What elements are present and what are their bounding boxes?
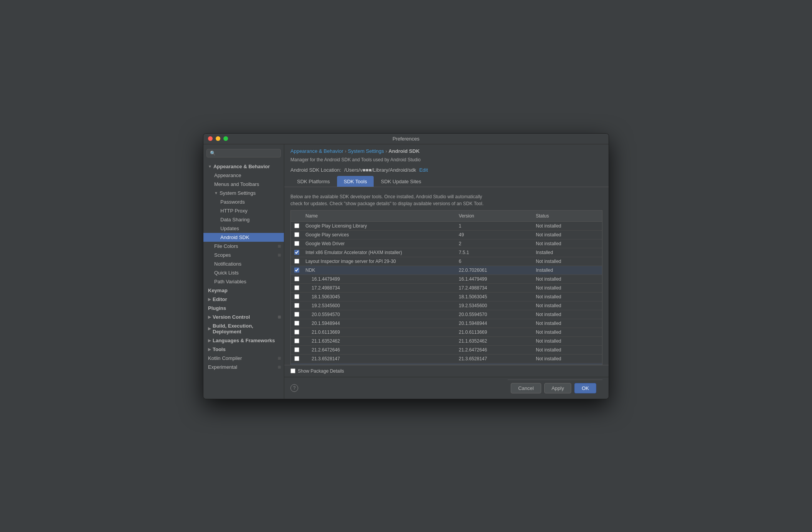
table-row: Layout Inspector image server for API 29… (291, 257, 602, 266)
file-colors-icon: ⊞ (278, 244, 281, 248)
sidebar-item-label: Version Control (213, 314, 250, 320)
sidebar-item-languages-frameworks[interactable]: ▶ Languages & Frameworks (203, 336, 284, 345)
sidebar-item-version-control[interactable]: ▶ Version Control ⊞ (203, 313, 284, 321)
tab-sdk-tools[interactable]: SDK Tools (337, 176, 373, 187)
help-button[interactable]: ? (290, 384, 298, 392)
expand-arrow: ▶ (208, 315, 211, 319)
sdk-location: Android SDK Location: /Users/v■■■/Librar… (284, 166, 609, 176)
sidebar-item-http-proxy[interactable]: HTTP Proxy (203, 206, 284, 215)
table-row: 20.1.5948944 20.1.5948944 Not installed (291, 319, 602, 328)
apply-button[interactable]: Apply (544, 383, 572, 393)
row-status: Not installed (533, 328, 602, 336)
row-checkbox[interactable] (291, 319, 302, 327)
sidebar-search-container (203, 147, 284, 159)
sidebar-item-editor[interactable]: ▶ Editor (203, 295, 284, 304)
row-status: Not installed (533, 355, 602, 363)
row-checkbox[interactable] (291, 257, 302, 265)
sidebar-item-tools[interactable]: ▶ Tools (203, 345, 284, 354)
sidebar-item-quick-lists[interactable]: Quick Lists (203, 268, 284, 277)
search-input[interactable] (206, 149, 281, 157)
row-name: 17.2.4988734 (302, 284, 456, 292)
maximize-button[interactable] (223, 136, 228, 141)
content-area: Appearance & Behavior › System Settings … (284, 144, 609, 399)
row-version: 7.5.1 (456, 248, 533, 257)
tab-sdk-platforms[interactable]: SDK Platforms (290, 176, 336, 187)
sidebar-item-path-variables[interactable]: Path Variables (203, 277, 284, 286)
expand-arrow: ▶ (208, 338, 211, 343)
show-package-details-checkbox[interactable] (290, 368, 295, 373)
expand-arrow: ▼ (214, 191, 218, 195)
row-name: Google Play Licensing Library (302, 222, 456, 230)
row-status: Not installed (533, 346, 602, 354)
row-name: Google Web Driver (302, 239, 456, 248)
sidebar-item-notifications[interactable]: Notifications (203, 259, 284, 268)
experimental-icon: ⊞ (278, 365, 281, 369)
sidebar-item-keymap[interactable]: Keymap (203, 286, 284, 295)
table-body: Google Play Licensing Library 1 Not inst… (290, 221, 602, 365)
row-name: 16.1.4479499 (302, 275, 456, 283)
tab-sdk-platforms-label: SDK Platforms (297, 179, 330, 184)
row-checkbox[interactable] (291, 266, 302, 274)
row-checkbox[interactable] (291, 301, 302, 309)
row-checkbox[interactable] (291, 284, 302, 292)
sidebar-item-experimental[interactable]: Experimental ⊞ (203, 363, 284, 371)
expand-arrow: ▼ (208, 164, 212, 169)
sidebar-item-label: Experimental (208, 364, 237, 370)
row-version: 49 (456, 231, 533, 239)
sidebar-item-system-settings[interactable]: ▼ System Settings (203, 189, 284, 197)
sidebar-item-android-sdk[interactable]: Android SDK (203, 233, 284, 242)
ok-button[interactable]: OK (574, 383, 596, 393)
sidebar-item-menus-toolbars[interactable]: Menus and Toolbars (203, 180, 284, 189)
table-row: 16.1.4479499 16.1.4479499 Not installed (291, 275, 602, 284)
row-checkbox[interactable] (291, 239, 302, 248)
row-name: 20.0.5594570 (302, 310, 456, 319)
minimize-button[interactable] (216, 136, 220, 141)
row-checkbox[interactable] (291, 337, 302, 345)
row-checkbox[interactable] (291, 275, 302, 283)
row-checkbox[interactable] (291, 293, 302, 301)
sidebar-item-label: Passwords (220, 199, 245, 205)
sdk-location-path: /Users/v■■■/Library/Android/sdk (344, 167, 416, 173)
row-checkbox[interactable] (291, 231, 302, 239)
expand-arrow: ▶ (208, 326, 211, 331)
sidebar-item-data-sharing[interactable]: Data Sharing (203, 215, 284, 224)
header-version: Version (456, 212, 533, 220)
cancel-button[interactable]: Cancel (511, 383, 541, 393)
close-button[interactable] (208, 136, 213, 141)
row-checkbox[interactable] (291, 346, 302, 354)
tab-sdk-update-sites[interactable]: SDK Update Sites (374, 176, 428, 187)
sidebar-item-plugins[interactable]: Plugins (203, 304, 284, 313)
sidebar-item-appearance-behavior[interactable]: ▼ Appearance & Behavior (203, 162, 284, 171)
table-row: 21.3.6528147 21.3.6528147 Not installed (291, 355, 602, 363)
table-header: Name Version Status (290, 210, 602, 221)
row-status: Installed (533, 248, 602, 257)
row-checkbox[interactable] (291, 355, 302, 363)
sidebar-item-updates[interactable]: Updates (203, 224, 284, 233)
row-version: 21.2.6472646 (456, 346, 533, 354)
sidebar-item-scopes[interactable]: Scopes ⊞ (203, 251, 284, 259)
row-version: 22.0.7026061 (456, 266, 533, 274)
sidebar-item-passwords[interactable]: Passwords (203, 197, 284, 206)
breadcrumb-sep1: › (345, 148, 348, 154)
table-area: Below are the available SDK developer to… (290, 190, 602, 365)
row-version: 19.2.5345600 (456, 301, 533, 310)
sidebar-item-label: Updates (220, 226, 239, 231)
breadcrumb-part2: System Settings (348, 148, 384, 154)
version-control-icon: ⊞ (278, 315, 281, 319)
row-name: 18.1.5063045 (302, 293, 456, 301)
sidebar-item-appearance[interactable]: Appearance (203, 171, 284, 180)
sidebar-item-kotlin-compiler[interactable]: Kotlin Compiler ⊞ (203, 354, 284, 363)
row-checkbox[interactable] (291, 222, 302, 230)
sidebar-item-file-colors[interactable]: File Colors ⊞ (203, 242, 284, 251)
row-version: 2 (456, 239, 533, 248)
sidebar-item-build-execution[interactable]: ▶ Build, Execution, Deployment (203, 321, 284, 336)
row-name: 21.2.6472646 (302, 346, 456, 354)
row-checkbox[interactable] (291, 310, 302, 318)
sdk-location-edit-link[interactable]: Edit (419, 167, 428, 173)
row-checkbox[interactable] (291, 248, 302, 256)
sdk-location-label: Android SDK Location: (290, 167, 341, 173)
table-row: 18.1.5063045 18.1.5063045 Not installed (291, 293, 602, 301)
row-checkbox[interactable] (291, 328, 302, 336)
row-name: Intel x86 Emulator Accelerator (HAXM ins… (302, 248, 456, 257)
row-version: 18.1.5063045 (456, 293, 533, 301)
